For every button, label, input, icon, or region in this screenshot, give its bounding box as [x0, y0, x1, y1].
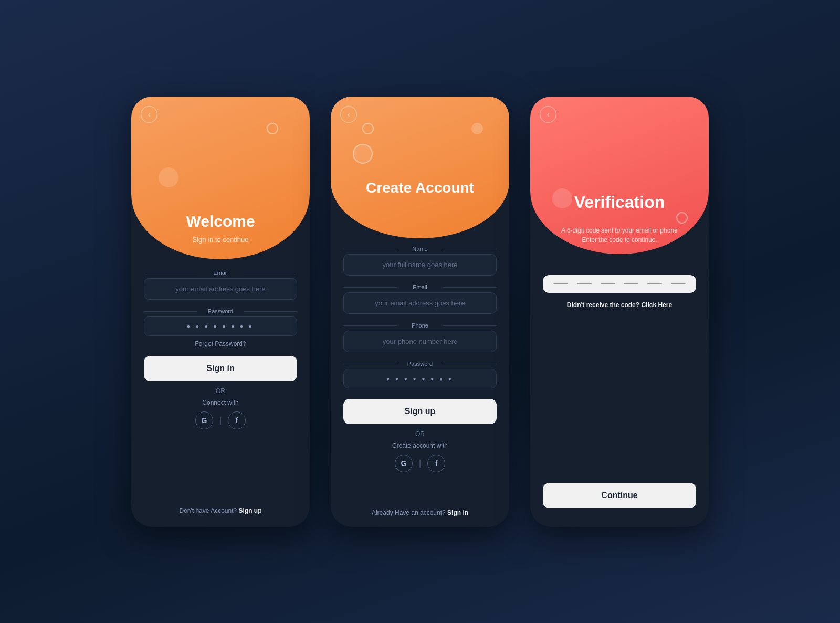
create-body: Name Email Phone Password Sign up OR Cre… [331, 238, 509, 527]
signin-button[interactable]: Sign in [144, 356, 297, 381]
verify-back-button[interactable]: ‹ [540, 106, 556, 123]
name-label: Name [343, 246, 497, 252]
welcome-title: Welcome [131, 213, 310, 230]
verification-card: ‹ Verification A 6-digit code sent to yo… [530, 97, 709, 527]
create-title: Create Account [331, 179, 509, 196]
create-facebook-icon[interactable]: f [427, 455, 445, 472]
email-label: Email [144, 270, 297, 276]
create-email-input[interactable] [343, 292, 497, 314]
create-password-input[interactable] [343, 369, 497, 388]
name-input[interactable] [343, 254, 497, 276]
resend-link[interactable]: Click Here [641, 301, 672, 309]
google-icon[interactable]: G [195, 411, 213, 429]
create-password-label: Password [343, 361, 497, 367]
password-label: Password [144, 308, 297, 314]
create-email-label: Email [343, 284, 497, 290]
create-social-divider: | [419, 459, 421, 468]
phone-label: Phone [343, 322, 497, 329]
or-divider: OR [216, 387, 225, 395]
code-dash-6 [671, 283, 686, 284]
code-dash-3 [601, 283, 615, 284]
connect-label: Connect with [202, 399, 238, 406]
code-dash-2 [577, 283, 592, 284]
create-with-label: Create account with [392, 442, 448, 449]
phone-field-group: Phone [343, 322, 497, 352]
welcome-back-button[interactable]: ‹ [141, 106, 158, 123]
welcome-header-bg [131, 97, 310, 259]
deco-circle-7 [676, 212, 688, 224]
social-divider: | [219, 416, 222, 425]
create-google-icon[interactable]: G [395, 455, 413, 472]
email-input[interactable] [144, 278, 297, 300]
continue-button[interactable]: Continue [543, 483, 696, 508]
signin-link[interactable]: Already Have an account? Sign in [372, 505, 468, 516]
signup-button[interactable]: Sign up [343, 399, 497, 424]
create-or-divider: OR [415, 430, 425, 438]
signup-link[interactable]: Don't have Account? Sign up [179, 503, 261, 514]
create-account-card: ‹ Create Account Name Email Phone Passwo… [331, 97, 509, 527]
create-social-row: G | f [395, 455, 445, 472]
create-header: ‹ Create Account [331, 97, 509, 238]
deco-circle-1 [159, 167, 178, 187]
phone-input[interactable] [343, 331, 497, 352]
code-dash-5 [647, 283, 662, 284]
code-dash-4 [624, 283, 638, 284]
welcome-card: ‹ Welcome Sign in to continue Email Pass… [131, 97, 310, 527]
welcome-body: Email Password Forgot Password? Sign in … [131, 259, 310, 527]
name-field-group: Name [343, 246, 497, 276]
create-header-bg [331, 97, 509, 238]
verify-subtitle: A 6-digit code sent to your email or pho… [530, 226, 709, 245]
verify-title: Verification [530, 193, 709, 212]
social-row: G | f [195, 411, 246, 429]
verify-body: Didn't receive the code? Click Here Cont… [530, 254, 709, 527]
code-dash-1 [553, 283, 568, 284]
deco-circle-2 [267, 123, 278, 134]
deco-circle-4 [353, 144, 373, 164]
create-password-field-group: Password [343, 361, 497, 388]
forgot-password-link[interactable]: Forgot Password? [144, 340, 297, 347]
password-field-group: Password [144, 308, 297, 336]
verify-header: ‹ Verification A 6-digit code sent to yo… [530, 97, 709, 254]
create-email-field-group: Email [343, 284, 497, 314]
welcome-subtitle: Sign in to continue [131, 236, 310, 244]
create-back-button[interactable]: ‹ [340, 106, 357, 123]
welcome-header: ‹ Welcome Sign in to continue [131, 97, 310, 259]
deco-circle-3 [362, 123, 374, 134]
email-field-group: Email [144, 270, 297, 300]
deco-circle-5 [471, 123, 483, 134]
code-input-row[interactable] [543, 275, 696, 293]
facebook-icon[interactable]: f [228, 411, 246, 429]
resend-text: Didn't receive the code? Click Here [543, 301, 696, 309]
password-input[interactable] [144, 316, 297, 336]
